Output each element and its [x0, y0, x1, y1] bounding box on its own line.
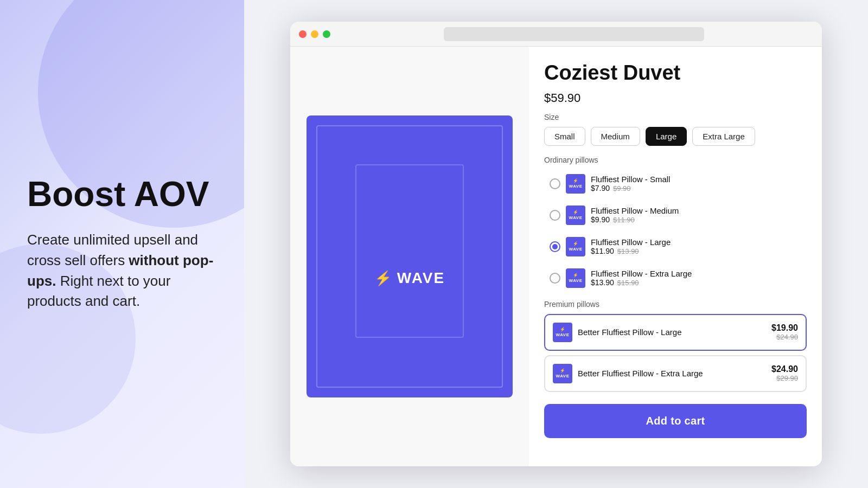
- pillow-original-medium: $11.90: [613, 216, 635, 224]
- list-item[interactable]: ⚡ WAVE Fluffiest Pillow - Large $11.90 $…: [544, 233, 807, 261]
- pillow-original-large: $13.90: [617, 247, 639, 255]
- ordinary-section-label: Ordinary pillows: [544, 156, 807, 164]
- browser-titlebar: [290, 22, 822, 47]
- pillow-prices-large: $11.90 $13.90: [591, 247, 801, 255]
- duvet-image: ⚡ WAVE: [307, 115, 513, 397]
- size-label: Size: [544, 113, 807, 121]
- add-to-cart-button[interactable]: Add to cart: [544, 404, 807, 438]
- pillow-current-small: $7.90: [591, 184, 610, 192]
- pillow-info-medium: Fluffiest Pillow - Medium $9.90 $11.90: [591, 206, 801, 224]
- product-price: $59.90: [544, 91, 807, 105]
- pillow-info-xlarge: Fluffiest Pillow - Extra Large $13.90 $1…: [591, 269, 801, 287]
- pillow-name-medium: Fluffiest Pillow - Medium: [591, 206, 801, 215]
- pillow-current-large: $11.90: [591, 247, 614, 255]
- list-item[interactable]: ⚡ WAVE Fluffiest Pillow - Extra Large $1…: [544, 264, 807, 292]
- premium-price-large: $19.90 $24.90: [771, 323, 798, 341]
- browser-content: ⚡ WAVE Coziest Duvet $59.90 Size Small M…: [290, 47, 822, 466]
- premium-price-xlarge: $24.90 $29.90: [771, 364, 798, 382]
- pillow-name-large: Fluffiest Pillow - Large: [591, 237, 801, 247]
- pillow-original-small: $9.90: [613, 184, 631, 192]
- pillow-original-xlarge: $15.90: [617, 279, 639, 287]
- pillow-thumb-large: ⚡ WAVE: [566, 237, 585, 256]
- main-heading: Boost AOV: [27, 176, 217, 213]
- pillow-prices-small: $7.90 $9.90: [591, 184, 801, 192]
- pillow-prices-medium: $9.90 $11.90: [591, 215, 801, 224]
- maximize-dot[interactable]: [323, 30, 330, 38]
- product-details: Coziest Duvet $59.90 Size Small Medium L…: [529, 47, 822, 466]
- premium-thumb-large: ⚡ WAVE: [553, 323, 572, 342]
- ordinary-pillow-list: ⚡ WAVE Fluffiest Pillow - Small $7.90 $9…: [544, 170, 807, 292]
- premium-original-xlarge: $29.90: [776, 374, 798, 382]
- wave-lightning-icon: ⚡: [374, 270, 393, 287]
- product-logo: ⚡ WAVE: [374, 269, 445, 287]
- browser-window: ⚡ WAVE Coziest Duvet $59.90 Size Small M…: [290, 22, 822, 466]
- radio-medium[interactable]: [550, 210, 560, 221]
- size-btn-large[interactable]: Large: [646, 127, 687, 146]
- pillow-current-xlarge: $13.90: [591, 278, 614, 287]
- pillow-prices-xlarge: $13.90 $15.90: [591, 278, 801, 287]
- radio-small[interactable]: [550, 178, 560, 189]
- list-item[interactable]: ⚡ WAVE Fluffiest Pillow - Small $7.90 $9…: [544, 170, 807, 198]
- close-dot[interactable]: [299, 30, 307, 38]
- premium-name-xlarge: Better Fluffiest Pillow - Extra Large: [578, 369, 703, 378]
- pillow-thumb-small: ⚡ WAVE: [566, 174, 585, 194]
- premium-pillow-xlarge[interactable]: ⚡ WAVE Better Fluffiest Pillow - Extra L…: [544, 355, 807, 392]
- pillow-name-small: Fluffiest Pillow - Small: [591, 175, 801, 184]
- premium-current-large: $19.90: [771, 323, 798, 333]
- left-panel: Boost AOV Create unlimited upsell and cr…: [0, 0, 244, 488]
- main-description: Create unlimited upsell and cross sell o…: [27, 230, 217, 312]
- premium-thumb-xlarge: ⚡ WAVE: [553, 364, 572, 383]
- product-image-area: ⚡ WAVE: [290, 47, 529, 466]
- product-title: Coziest Duvet: [544, 62, 807, 85]
- radio-xlarge[interactable]: [550, 273, 560, 284]
- premium-current-xlarge: $24.90: [771, 364, 798, 374]
- url-bar[interactable]: [444, 27, 704, 41]
- minimize-dot[interactable]: [311, 30, 318, 38]
- premium-section-label: Premium pillows: [544, 300, 807, 309]
- wave-logo-text: WAVE: [397, 269, 445, 287]
- size-btn-xlarge[interactable]: Extra Large: [692, 127, 755, 146]
- pillow-thumb-medium: ⚡ WAVE: [566, 206, 585, 225]
- premium-name-large: Better Fluffiest Pillow - Large: [578, 328, 681, 337]
- size-btn-small[interactable]: Small: [544, 127, 585, 146]
- pillow-current-medium: $9.90: [591, 215, 610, 224]
- list-item[interactable]: ⚡ WAVE Fluffiest Pillow - Medium $9.90 $…: [544, 201, 807, 229]
- pillow-info-large: Fluffiest Pillow - Large $11.90 $13.90: [591, 237, 801, 255]
- pillow-name-xlarge: Fluffiest Pillow - Extra Large: [591, 269, 801, 278]
- radio-inner-large: [552, 244, 558, 249]
- size-btn-medium[interactable]: Medium: [591, 127, 640, 146]
- premium-original-large: $24.90: [776, 333, 798, 341]
- size-options: Small Medium Large Extra Large: [544, 127, 807, 146]
- pillow-thumb-xlarge: ⚡ WAVE: [566, 268, 585, 288]
- right-panel: ⚡ WAVE Coziest Duvet $59.90 Size Small M…: [244, 0, 868, 488]
- premium-pillow-large[interactable]: ⚡ WAVE Better Fluffiest Pillow - Large $…: [544, 314, 807, 351]
- pillow-info-small: Fluffiest Pillow - Small $7.90 $9.90: [591, 175, 801, 192]
- radio-large[interactable]: [550, 241, 560, 252]
